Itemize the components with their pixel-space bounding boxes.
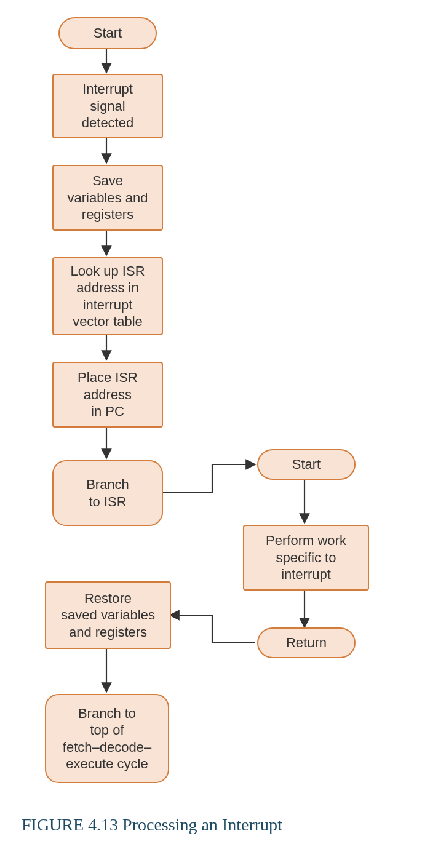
start-terminator: Start bbox=[58, 17, 157, 49]
node-label: Branchto ISR bbox=[86, 476, 129, 510]
node-label: Place ISRaddressin PC bbox=[78, 369, 138, 420]
lookup-isr-process: Look up ISRaddress ininterruptvector tab… bbox=[52, 257, 163, 335]
place-isr-pc-process: Place ISRaddressin PC bbox=[52, 362, 163, 428]
node-label: Start bbox=[94, 25, 122, 42]
branch-to-isr-node: Branchto ISR bbox=[52, 460, 163, 526]
node-label: Interruptsignaldetected bbox=[82, 81, 133, 132]
save-registers-process: Savevariables andregisters bbox=[52, 165, 163, 231]
figure-caption: FIGURE 4.13 Processing an Interrupt bbox=[22, 815, 282, 835]
return-terminator: Return bbox=[257, 627, 356, 658]
flowchart-canvas: Start Interruptsignaldetected Savevariab… bbox=[0, 0, 438, 868]
node-label: Restoresaved variablesand registers bbox=[61, 590, 155, 641]
node-label: Return bbox=[286, 634, 327, 651]
branch-to-fetch-cycle-node: Branch totop offetch–decode–execute cycl… bbox=[45, 694, 169, 783]
node-label: Look up ISRaddress ininterruptvector tab… bbox=[70, 263, 145, 330]
restore-registers-process: Restoresaved variablesand registers bbox=[45, 581, 171, 649]
caption-text: FIGURE 4.13 Processing an Interrupt bbox=[22, 815, 282, 834]
interrupt-detected-process: Interruptsignaldetected bbox=[52, 74, 163, 138]
node-label: Branch totop offetch–decode–execute cycl… bbox=[63, 705, 151, 773]
node-label: Perform workspecific tointerrupt bbox=[266, 532, 346, 583]
node-label: Savevariables andregisters bbox=[68, 172, 148, 223]
node-label: Start bbox=[292, 456, 321, 473]
isr-start-terminator: Start bbox=[257, 449, 356, 480]
perform-work-process: Perform workspecific tointerrupt bbox=[243, 525, 369, 591]
